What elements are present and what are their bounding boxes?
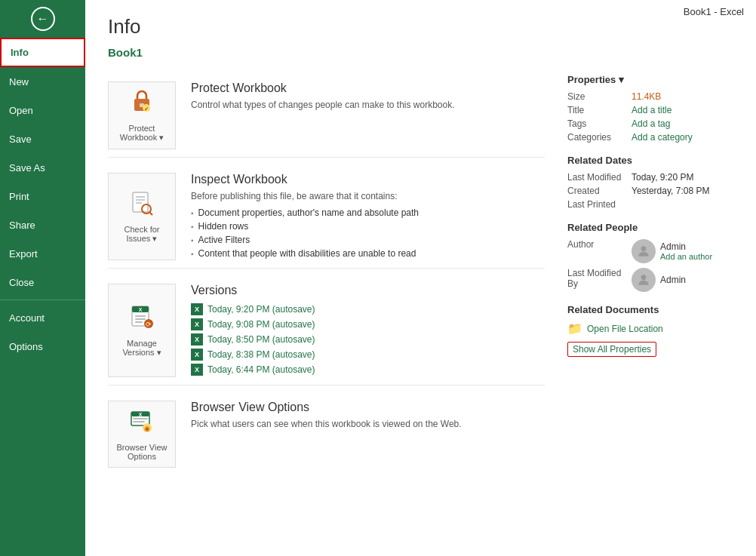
svg-rect-13 [135,315,146,317]
sidebar-item-share[interactable]: Share [0,210,85,239]
svg-text:X: X [139,307,143,312]
props-size-row: Size 11.4KB [567,91,733,102]
browser-content: Browser View Options Pick what users can… [191,401,545,468]
svg-rect-22 [133,421,145,422]
sidebar-item-export[interactable]: Export [0,239,85,268]
sidebar-item-options[interactable]: Options [0,332,85,361]
svg-rect-14 [135,318,146,320]
versions-section: X ⟳ ManageVersions ▾ Versions [108,276,545,386]
author-avatar [632,239,656,263]
list-item: Active Filters [191,233,545,247]
protect-desc: Control what types of changes people can… [191,100,545,110]
manage-versions-icon: X ⟳ [128,303,155,336]
folder-icon: 📁 [567,321,582,336]
svg-text:⟳: ⟳ [146,321,152,328]
inspect-section: Check forIssues ▾ Inspect Workbook Befor… [108,165,545,269]
created-row: Created Yesterday, 7:08 PM [567,186,733,196]
props-categories-row: Categories Add a category [567,132,733,143]
sidebar-item-close[interactable]: Close [0,268,85,296]
version-item[interactable]: X Today, 8:50 PM (autosave) [191,332,545,347]
properties-title: Properties ▾ [567,74,733,85]
created-value: Yesterday, 7:08 PM [632,186,709,196]
check-issues-icon [128,189,155,222]
last-modified-value: Today, 9:20 PM [632,172,694,183]
list-item: Document properties, author's name and a… [191,206,545,220]
browser-view-icon: X ◉ [128,407,155,440]
protect-content: Protect Workbook Control what types of c… [191,81,545,149]
sidebar-item-save[interactable]: Save [0,124,85,153]
related-dates-section: Related Dates Last Modified Today, 9:20 … [567,155,733,210]
related-documents-title: Related Documents [567,304,733,315]
version-item[interactable]: X Today, 8:38 PM (autosave) [191,347,545,362]
svg-text:✓: ✓ [144,106,149,112]
title-value[interactable]: Add a title [632,105,671,115]
tags-value[interactable]: Add a tag [632,118,670,129]
svg-rect-21 [133,418,148,419]
sidebar-item-account[interactable]: Account [0,303,85,332]
manage-versions-label: ManageVersions ▾ [122,339,161,358]
title-bar: Book1 - Excel [684,6,744,17]
protect-icon: ✓ [128,88,155,121]
last-modified-label: Last Modified [567,172,632,183]
author-name: Admin [660,241,712,252]
manage-versions-button[interactable]: X ⟳ ManageVersions ▾ [108,284,176,377]
protect-section: ✓ ProtectWorkbook ▾ Protect Workbook Con… [108,74,545,158]
sidebar-item-save-as[interactable]: Save As [0,153,85,182]
browser-title: Browser View Options [191,401,545,414]
properties-section: Properties ▾ Size 11.4KB Title Add a tit… [567,74,733,143]
modifier-avatar [632,268,656,292]
last-modified-by-row: Last Modified By Admin [567,268,733,292]
created-label: Created [567,186,632,196]
excel-icon: X [191,364,203,376]
title-label: Title [567,105,632,115]
open-file-location-link[interactable]: 📁 Open File Location [567,321,733,336]
size-value: 11.4KB [632,91,661,102]
author-label-row: Author Admin Add an author [567,239,733,263]
browser-view-label: Browser ViewOptions [116,443,167,461]
protect-workbook-button[interactable]: ✓ ProtectWorkbook ▾ [108,81,176,149]
last-printed-row: Last Printed [567,199,733,210]
svg-rect-15 [135,321,143,323]
sidebar-divider [0,300,85,300]
inspect-content: Inspect Workbook Before publishing this … [191,173,545,260]
version-item[interactable]: X Today, 9:20 PM (autosave) [191,302,545,317]
list-item: Content that people with disabilities ar… [191,247,545,260]
add-author-link[interactable]: Add an author [660,252,712,261]
svg-rect-4 [133,192,148,212]
excel-icon: X [191,333,203,346]
svg-text:X: X [139,412,143,417]
related-documents-section: Related Documents 📁 Open File Location S… [567,304,733,357]
excel-icon: X [191,303,203,315]
inspect-desc: Before publishing this file, be aware th… [191,191,545,201]
last-modified-by-label: Last Modified By [567,268,632,292]
sidebar-item-print[interactable]: Print [0,182,85,210]
props-title-row: Title Add a title [567,105,733,115]
book-title: Book1 [108,46,733,59]
sidebar-item-new[interactable]: New [0,67,85,96]
last-printed-label: Last Printed [567,199,632,210]
check-issues-button[interactable]: Check forIssues ▾ [108,173,176,260]
list-item: Hidden rows [191,220,545,233]
sidebar-item-info[interactable]: Info [0,38,85,67]
browser-desc: Pick what users can see when this workbo… [191,419,545,429]
back-button[interactable]: ← [0,0,85,38]
versions-content: Versions X Today, 9:20 PM (autosave) X T… [191,284,545,377]
categories-value[interactable]: Add a category [632,132,693,143]
categories-label: Categories [567,132,632,143]
related-dates-title: Related Dates [567,155,733,166]
excel-icon: X [191,349,203,361]
author-person-info: Admin Add an author [660,241,712,261]
show-all-properties-link[interactable]: Show All Properties [567,342,656,357]
check-issues-label: Check forIssues ▾ [124,225,159,244]
version-item[interactable]: X Today, 6:44 PM (autosave) [191,362,545,377]
inspect-list: Document properties, author's name and a… [191,206,545,260]
author-info: Admin Add an author [632,239,712,263]
size-label: Size [567,91,632,102]
protect-title: Protect Workbook [191,81,545,95]
browser-view-button[interactable]: X ◉ Browser ViewOptions [108,401,176,468]
back-arrow-icon: ← [31,7,55,31]
svg-point-26 [641,275,647,280]
excel-icon: X [191,318,203,330]
sidebar-item-open[interactable]: Open [0,96,85,124]
version-item[interactable]: X Today, 9:08 PM (autosave) [191,317,545,332]
